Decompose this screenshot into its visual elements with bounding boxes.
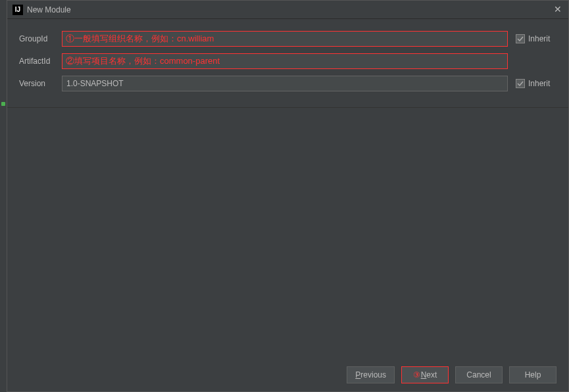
next-label-rest: ext [426, 370, 437, 380]
window-title: New Module [27, 5, 71, 14]
app-icon: IJ [12, 5, 23, 15]
help-button[interactable]: Help [509, 366, 557, 383]
cancel-label: Cancel [466, 370, 491, 380]
groupid-label: GroupId [19, 34, 62, 43]
titlebar: IJ New Module ✕ [7, 1, 568, 19]
checkbox-checked-icon [516, 79, 525, 88]
version-input-wrap [62, 76, 508, 91]
button-bar: Previous ③Next Cancel Help [7, 358, 568, 391]
version-row: Version Inherit [19, 76, 557, 91]
help-label: Help [525, 370, 541, 380]
content-area [7, 107, 568, 358]
artifactid-label: ArtifactId [19, 57, 62, 66]
groupid-row: GroupId ①一般填写组织名称，例如：cn.william Inherit [19, 31, 557, 47]
close-icon[interactable]: ✕ [553, 4, 563, 14]
next-button[interactable]: ③Next [401, 366, 449, 383]
previous-label-rest: revious [360, 370, 386, 380]
artifactid-input[interactable] [62, 53, 508, 69]
version-inherit[interactable]: Inherit [516, 79, 557, 88]
groupid-inherit[interactable]: Inherit [516, 34, 557, 43]
version-input[interactable] [62, 76, 508, 91]
artifactid-row: ArtifactId ②填写项目名称，例如：common-parent [19, 53, 557, 69]
ide-status-dot [1, 102, 5, 106]
next-annotation: ③ [413, 370, 420, 380]
version-label: Version [19, 79, 62, 88]
checkbox-checked-icon [516, 34, 525, 43]
form-area: GroupId ①一般填写组织名称，例如：cn.william Inherit … [7, 19, 568, 105]
groupid-input[interactable] [62, 31, 508, 47]
new-module-dialog: IJ New Module ✕ GroupId ①一般填写组织名称，例如：cn.… [7, 0, 569, 392]
groupid-input-wrap: ①一般填写组织名称，例如：cn.william [62, 31, 508, 47]
ide-left-edge [0, 0, 7, 392]
cancel-button[interactable]: Cancel [455, 366, 503, 383]
previous-button[interactable]: Previous [347, 366, 395, 383]
inherit-label: Inherit [528, 34, 550, 43]
artifactid-input-wrap: ②填写项目名称，例如：common-parent [62, 53, 508, 69]
inherit-label: Inherit [528, 79, 550, 88]
